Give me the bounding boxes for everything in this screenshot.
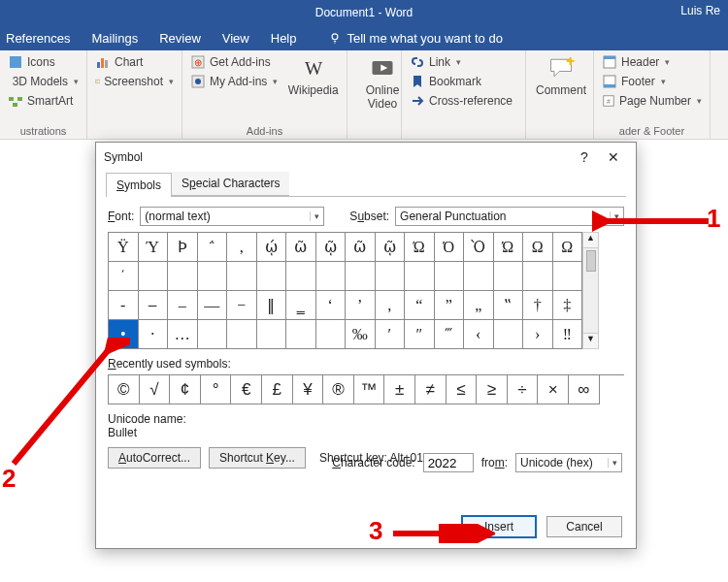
symbol-cell[interactable]: “	[405, 291, 435, 320]
symbol-cell[interactable]: „	[464, 291, 494, 320]
font-combo[interactable]: (normal text)▾	[140, 207, 324, 226]
insert-button[interactable]: Insert	[461, 515, 537, 538]
link-button[interactable]: Link	[410, 54, 517, 70]
symbol-cell[interactable]	[286, 320, 316, 349]
symbol-cell[interactable]	[286, 262, 316, 291]
symbol-cell[interactable]: –	[168, 291, 198, 320]
symbol-cell[interactable]: Ϸ	[168, 233, 198, 262]
tab-special-characters[interactable]: Special Characters	[172, 172, 289, 196]
symbol-cell[interactable]: ‰	[346, 320, 376, 349]
symbol-cell[interactable]	[198, 320, 228, 349]
symbol-cell[interactable]	[198, 262, 228, 291]
symbol-cell[interactable]: ‡	[553, 291, 583, 320]
recent-symbol-cell[interactable]: ±	[384, 375, 415, 404]
scroll-up-icon[interactable]: ▲	[583, 233, 598, 248]
recent-symbol-cell[interactable]: ≥	[477, 375, 508, 404]
tab-references[interactable]: References	[6, 31, 70, 46]
tab-symbols[interactable]: Symbols	[106, 173, 172, 197]
recent-symbol-cell[interactable]: ÷	[508, 375, 539, 404]
symbol-cell[interactable]: Ώ	[405, 233, 435, 262]
cross-reference-button[interactable]: Cross-reference	[410, 93, 517, 109]
scroll-thumb[interactable]	[586, 250, 596, 272]
symbol-cell[interactable]	[168, 262, 198, 291]
symbol-cell[interactable]: ‹	[464, 320, 494, 349]
comment-button[interactable]: ✚ Comment	[534, 54, 588, 97]
recent-symbol-cell[interactable]: ∞	[569, 375, 600, 404]
symbol-cell[interactable]: Ό	[435, 233, 465, 262]
symbol-cell[interactable]: ῶ	[346, 233, 376, 262]
symbol-cell[interactable]: ‚	[376, 291, 406, 320]
symbol-cell[interactable]	[494, 320, 524, 349]
recent-symbol-cell[interactable]: £	[262, 375, 293, 404]
symbol-cell[interactable]: ″	[405, 320, 435, 349]
symbol-cell[interactable]: -	[109, 291, 139, 320]
symbol-cell[interactable]: ‖	[257, 291, 287, 320]
recent-symbol-cell[interactable]: ×	[538, 375, 569, 404]
recent-symbol-cell[interactable]: ™	[354, 375, 385, 404]
autocorrect-button[interactable]: AutoCorrect...	[108, 447, 201, 469]
symbol-cell[interactable]: ῶ	[286, 233, 316, 262]
icons-button[interactable]: Icons	[8, 54, 79, 70]
recent-symbol-cell[interactable]: √	[140, 375, 171, 404]
my-addins-button[interactable]: My Add-ins	[190, 74, 278, 89]
symbol-cell[interactable]: ‼	[553, 320, 583, 349]
symbol-cell[interactable]	[376, 262, 406, 291]
wikipedia-button[interactable]: W Wikipedia	[287, 54, 339, 97]
tab-view[interactable]: View	[222, 31, 249, 46]
tab-mailings[interactable]: Mailings	[91, 31, 138, 46]
symbol-cell[interactable]	[553, 262, 583, 291]
symbol-cell[interactable]: ‒	[139, 291, 169, 320]
symbol-cell[interactable]: †	[523, 291, 553, 320]
recent-symbol-cell[interactable]: ©	[109, 375, 140, 404]
symbol-cell[interactable]: ’	[346, 291, 376, 320]
symbol-cell[interactable]	[346, 262, 376, 291]
scroll-down-icon[interactable]: ▼	[583, 333, 598, 348]
symbol-cell[interactable]: ‗	[286, 291, 316, 320]
symbol-cell[interactable]	[257, 320, 287, 349]
symbol-cell[interactable]: Ύ	[139, 233, 169, 262]
recent-symbol-cell[interactable]: ¥	[293, 375, 324, 404]
recent-symbol-cell[interactable]: ≤	[447, 375, 478, 404]
recent-symbols[interactable]: ©√¢°€£¥®™±≠≤≥÷×∞	[108, 374, 624, 404]
symbol-cell[interactable]: ῷ	[316, 233, 347, 262]
tell-me[interactable]: Tell me what you want to do	[328, 31, 503, 46]
symbol-cell[interactable]	[464, 262, 494, 291]
symbol-cell[interactable]: …	[168, 320, 198, 349]
symbol-cell[interactable]: ΄	[109, 262, 139, 291]
recent-symbol-cell[interactable]: ¢	[170, 375, 201, 404]
symbol-cell[interactable]: Ω	[523, 233, 553, 262]
symbol-cell[interactable]: Ὸ	[464, 233, 494, 262]
symbol-cell[interactable]	[227, 262, 257, 291]
symbol-cell[interactable]	[405, 262, 435, 291]
recent-symbol-cell[interactable]: €	[231, 375, 262, 404]
grid-scrollbar[interactable]: ▲ ▼	[582, 232, 599, 349]
screenshot-button[interactable]: Screenshot	[95, 74, 174, 89]
symbol-cell[interactable]: •	[109, 320, 139, 349]
symbol-cell[interactable]: ‚	[227, 233, 257, 262]
symbol-cell[interactable]: ‟	[494, 291, 524, 320]
symbol-cell[interactable]	[316, 262, 347, 291]
symbol-cell[interactable]	[257, 262, 287, 291]
recent-symbol-cell[interactable]: ®	[323, 375, 354, 404]
chart-button[interactable]: Chart	[95, 54, 174, 70]
cancel-button[interactable]: Cancel	[546, 516, 622, 537]
tab-help[interactable]: Help	[271, 31, 297, 46]
tab-review[interactable]: Review	[159, 31, 201, 46]
subset-combo[interactable]: General Punctuation▾	[395, 207, 624, 226]
recent-symbol-cell[interactable]: ≠	[415, 375, 447, 404]
symbol-cell[interactable]: ›	[523, 320, 553, 349]
bookmark-button[interactable]: Bookmark	[410, 74, 517, 89]
symbol-cell[interactable]: ῷ	[376, 233, 406, 262]
dialog-titlebar[interactable]: Symbol ? ✕	[96, 143, 636, 172]
symbol-cell[interactable]	[139, 262, 169, 291]
symbol-cell[interactable]: ‴	[435, 320, 465, 349]
header-button[interactable]: Header	[602, 54, 702, 70]
symbol-cell[interactable]	[227, 320, 257, 349]
footer-button[interactable]: Footer	[602, 74, 702, 89]
get-addins-button[interactable]: ⊕Get Add-ins	[190, 54, 278, 70]
char-code-input[interactable]	[423, 453, 474, 472]
symbol-cell[interactable]: ΅	[198, 233, 228, 262]
symbol-cell[interactable]	[494, 262, 524, 291]
help-button[interactable]: ?	[570, 149, 599, 165]
symbol-cell[interactable]: Ω	[553, 233, 583, 262]
